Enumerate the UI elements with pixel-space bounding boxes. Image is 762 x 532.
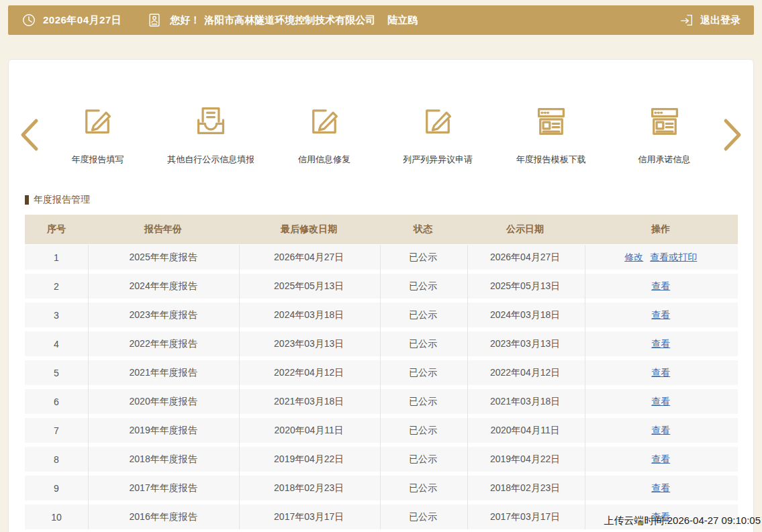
section-title: 年度报告管理 <box>25 194 753 206</box>
feature-label: 年度报告填写 <box>71 154 124 166</box>
modify-link[interactable]: 修改 <box>624 252 643 262</box>
cell-modified: 2019年04月22日 <box>238 454 379 466</box>
user-name: 陆立鸥 <box>387 14 418 27</box>
table-row: 7 2019年年度报告 2020年04月11日 已公示 2020年04月11日 … <box>25 418 738 443</box>
main-card: 年度报告填写 其他自行公示信息填报 <box>8 59 754 532</box>
cell-seq: 3 <box>25 310 88 321</box>
logout-button[interactable]: 退出登录 <box>679 13 741 28</box>
inbox-icon <box>193 104 228 139</box>
cell-seq: 9 <box>25 483 88 494</box>
section-title-text: 年度报告管理 <box>34 194 90 206</box>
feature-carousel: 年度报告填写 其他自行公示信息填报 <box>9 60 753 166</box>
view-link[interactable]: 查看 <box>651 367 670 378</box>
logout-icon <box>679 13 694 28</box>
cell-modified: 2017年03月17日 <box>238 511 379 523</box>
table-row: 1 2025年年度报告 2026年04月27日 已公示 2026年04月27日 … <box>25 245 738 270</box>
cell-status: 已公示 <box>379 280 467 292</box>
upload-cloud-timestamp: 上传云端时间:2026-04-27 09:10:05 <box>604 515 761 527</box>
cell-status: 已公示 <box>379 338 467 350</box>
cell-modified: 2026年04月27日 <box>238 252 379 264</box>
cell-year: 2017年年度报告 <box>88 482 239 494</box>
cell-published: 2017年03月17日 <box>467 511 584 523</box>
table-header: 序号 报告年份 最后修改日期 状态 公示日期 操作 <box>25 215 738 244</box>
cell-published: 2019年04月22日 <box>467 454 584 466</box>
cell-actions: 查看 <box>583 482 738 494</box>
view-link[interactable]: 查看 <box>651 454 670 464</box>
cell-year: 2022年年度报告 <box>88 338 239 350</box>
cell-seq: 4 <box>25 339 88 350</box>
cell-actions: 查看 <box>583 454 738 466</box>
view-link[interactable]: 查看 <box>651 280 670 291</box>
feature-annual-report-fill[interactable]: 年度报告填写 <box>41 104 154 166</box>
col-header-year: 报告年份 <box>88 223 239 235</box>
feature-credit-repair[interactable]: 信用信息修复 <box>268 104 381 166</box>
feature-label: 列严列异异议申请 <box>403 154 473 166</box>
cell-status: 已公示 <box>379 252 467 264</box>
template-icon <box>534 104 569 139</box>
cell-published: 2020年04月11日 <box>467 425 584 437</box>
carousel-track: 年度报告填写 其他自行公示信息填报 <box>41 104 721 166</box>
view-link[interactable]: 查看 <box>651 309 670 320</box>
cell-actions: 查看 <box>583 338 738 350</box>
cell-seq: 10 <box>25 512 88 523</box>
feature-credit-commitment[interactable]: 信用承诺信息 <box>608 104 721 166</box>
cell-modified: 2021年03月18日 <box>238 396 379 408</box>
view-print-link[interactable]: 查看或打印 <box>650 252 697 262</box>
cell-published: 2018年02月23日 <box>467 482 584 494</box>
cell-actions: 查看 <box>583 367 738 379</box>
feature-template-download[interactable]: 年度报告模板下载 <box>494 104 608 166</box>
table-row: 4 2022年年度报告 2023年03月13日 已公示 2023年03月13日 … <box>25 331 738 356</box>
chevron-left-icon[interactable] <box>18 117 41 152</box>
cell-modified: 2025年05月13日 <box>238 280 379 292</box>
cell-year: 2020年年度报告 <box>88 396 239 408</box>
cell-published: 2024年03月18日 <box>467 309 584 321</box>
cell-year: 2021年年度报告 <box>88 367 239 379</box>
cell-actions: 查看 <box>583 396 738 408</box>
view-link[interactable]: 查看 <box>651 425 670 435</box>
cell-status: 已公示 <box>379 367 467 379</box>
feature-objection-apply[interactable]: 列严列异异议申请 <box>381 104 494 166</box>
col-header-seq: 序号 <box>25 223 88 235</box>
table-row: 5 2021年年度报告 2022年04月12日 已公示 2022年04月12日 … <box>25 360 738 385</box>
logout-label: 退出登录 <box>700 14 741 27</box>
cell-year: 2016年年度报告 <box>88 511 239 523</box>
chevron-right-icon[interactable] <box>721 117 744 152</box>
annual-report-table: 序号 报告年份 最后修改日期 状态 公示日期 操作 1 2025年年度报告 20… <box>25 215 738 529</box>
cell-seq: 7 <box>25 425 88 436</box>
cell-published: 2023年03月13日 <box>467 338 584 350</box>
cell-seq: 1 <box>25 252 88 263</box>
cell-status: 已公示 <box>379 309 467 321</box>
cell-status: 已公示 <box>379 511 467 523</box>
id-badge-icon <box>147 13 162 28</box>
cell-actions: 查看 <box>583 425 738 437</box>
cell-seq: 5 <box>25 368 88 378</box>
col-header-actions: 操作 <box>583 223 738 235</box>
edit-icon <box>80 104 115 139</box>
topbar: 2026年04月27日 您好！ 洛阳市高林隧道环境控制技术有限公司 陆立鸥 退出… <box>8 5 754 35</box>
clock-icon <box>21 13 36 28</box>
current-date: 2026年04月27日 <box>43 14 122 27</box>
cell-published: 2025年05月13日 <box>467 280 584 292</box>
title-bullet <box>25 195 29 205</box>
table-row: 9 2017年年度报告 2018年02月23日 已公示 2018年02月23日 … <box>25 476 738 500</box>
cell-status: 已公示 <box>379 482 467 494</box>
cell-status: 已公示 <box>379 396 467 408</box>
table-row: 6 2020年年度报告 2021年03月18日 已公示 2021年03月18日 … <box>25 389 738 414</box>
user-greeting: 您好！ 洛阳市高林隧道环境控制技术有限公司 陆立鸥 <box>147 13 418 28</box>
cell-modified: 2018年02月23日 <box>238 482 379 494</box>
view-link[interactable]: 查看 <box>651 482 670 493</box>
cell-modified: 2024年03月18日 <box>238 309 379 321</box>
cell-published: 2022年04月12日 <box>467 367 584 379</box>
feature-other-publicity-fill[interactable]: 其他自行公示信息填报 <box>154 104 268 166</box>
template-icon <box>647 104 682 139</box>
company-name: 洛阳市高林隧道环境控制技术有限公司 <box>204 14 375 27</box>
feature-label: 年度报告模板下载 <box>516 154 586 166</box>
feature-label: 其他自行公示信息填报 <box>167 154 254 166</box>
greeting-text: 您好！ <box>170 14 200 27</box>
view-link[interactable]: 查看 <box>651 396 670 407</box>
cell-published: 2021年03月18日 <box>467 396 584 408</box>
cell-published: 2026年04月27日 <box>467 252 584 264</box>
table-body: 1 2025年年度报告 2026年04月27日 已公示 2026年04月27日 … <box>25 245 738 529</box>
view-link[interactable]: 查看 <box>651 338 670 349</box>
cell-status: 已公示 <box>379 425 467 437</box>
